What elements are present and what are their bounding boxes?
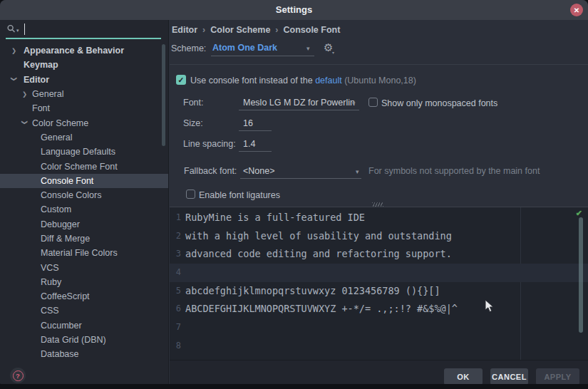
line-number: 7 bbox=[170, 318, 181, 337]
sidebar-item-custom[interactable]: Custom bbox=[0, 202, 168, 217]
chevron-down-icon: ▾ bbox=[306, 45, 310, 52]
cancel-button[interactable]: CANCEL bbox=[490, 368, 528, 384]
mouse-cursor bbox=[485, 299, 495, 316]
search-underline bbox=[6, 38, 161, 39]
sidebar-item-label: CSS bbox=[41, 306, 59, 316]
breadcrumb-item[interactable]: Console Font bbox=[284, 25, 341, 35]
line-number: 3 bbox=[170, 245, 181, 264]
sidebar-item-console-colors[interactable]: Console Colors bbox=[0, 188, 168, 202]
apply-button: APPLY bbox=[536, 368, 579, 384]
breadcrumb-separator: › bbox=[202, 25, 205, 35]
chevron-down-icon[interactable]: ❯ bbox=[11, 76, 18, 81]
default-link[interactable]: default bbox=[315, 76, 342, 85]
scheme-value: Atom One Dark bbox=[212, 43, 277, 53]
sidebar-item-vcs[interactable]: VCS bbox=[0, 260, 168, 274]
font-ligatures-checkbox[interactable] bbox=[186, 190, 195, 199]
inspections-ok-icon: ✔ bbox=[576, 209, 582, 218]
sidebar-item-cucumber[interactable]: Cucumber bbox=[0, 318, 168, 333]
font-ligatures-label: Enable font ligatures bbox=[199, 190, 280, 200]
sidebar-scrollbar[interactable] bbox=[162, 44, 165, 146]
line-number: 1 bbox=[170, 209, 181, 227]
chevron-right-icon[interactable]: ❯ bbox=[22, 90, 27, 98]
sidebar-item-editor[interactable]: ❯Editor bbox=[0, 73, 168, 87]
sidebar-item-css[interactable]: CSS bbox=[0, 304, 168, 318]
sidebar-item-label: Ruby bbox=[41, 277, 61, 287]
sidebar-item-label: General bbox=[32, 89, 63, 99]
ok-button[interactable]: OK bbox=[444, 368, 483, 384]
line-text: abcdefghijklmnopqrstuvwxyz 0123456789 ()… bbox=[185, 282, 440, 301]
sidebar-item-data-grid-dbn-[interactable]: Data Grid (DBN) bbox=[0, 333, 168, 347]
show-monospaced-label: Show only monospaced fonts bbox=[381, 98, 497, 108]
use-console-font-checkbox[interactable]: ✓ bbox=[176, 75, 186, 85]
sidebar-item-general[interactable]: ❯General bbox=[0, 87, 168, 101]
section-divider bbox=[170, 64, 588, 65]
close-button[interactable]: ✕ bbox=[570, 4, 583, 16]
line-spacing-value: 1.4 bbox=[243, 139, 255, 149]
chevron-right-icon[interactable]: ❯ bbox=[11, 47, 16, 54]
sidebar-item-label: Console Font bbox=[41, 176, 93, 186]
preview-line: 7 bbox=[170, 318, 588, 337]
chevron-down-icon: ▾ bbox=[356, 168, 359, 175]
preview-line: 5abcdefghijklmnopqrstuvwxyz 0123456789 (… bbox=[170, 282, 588, 301]
help-icon: ? bbox=[13, 370, 24, 381]
preview-line: 1RubyMine is a full-featured IDE bbox=[170, 209, 588, 227]
search-icon: ▾ bbox=[6, 24, 19, 34]
preview-line: 2with a high level of usability and outs… bbox=[170, 227, 588, 246]
search-input[interactable]: ▾ bbox=[0, 20, 168, 39]
breadcrumb-item[interactable]: Editor bbox=[172, 25, 197, 35]
line-number: 6 bbox=[170, 300, 181, 318]
sidebar-item-label: Editor bbox=[24, 75, 49, 85]
sidebar-item-coffeescript[interactable]: CoffeeScript bbox=[0, 289, 168, 304]
sidebar-item-label: Appearance & Behavior bbox=[24, 46, 124, 56]
sidebar-item-label: Diff & Merge bbox=[41, 234, 90, 244]
sidebar-item-font[interactable]: Font bbox=[0, 101, 168, 115]
sidebar-item-label: Debugger bbox=[41, 219, 80, 229]
screen: Settings ✕ ▾ ❯Appearance & BehaviorKeyma… bbox=[0, 0, 588, 389]
checkmark-icon: ✓ bbox=[178, 76, 185, 84]
sidebar-item-color-scheme-font[interactable]: Color Scheme Font bbox=[0, 159, 168, 173]
sidebar-item-language-defaults[interactable]: Language Defaults bbox=[0, 145, 168, 159]
use-console-font-label: Use console font instead of the default … bbox=[190, 76, 416, 85]
sidebar-item-general[interactable]: General bbox=[0, 130, 168, 145]
show-monospaced-checkbox[interactable] bbox=[368, 98, 378, 107]
sidebar-item-label: Material File Colors bbox=[41, 248, 118, 258]
sidebar-item-diff-merge[interactable]: Diff & Merge bbox=[0, 232, 168, 246]
main-panel: Editor›Color Scheme›Console Font Scheme:… bbox=[170, 20, 588, 384]
settings-dialog: Settings ✕ ▾ ❯Appearance & BehaviorKeyma… bbox=[0, 0, 588, 384]
help-button[interactable]: ? bbox=[10, 368, 26, 383]
breadcrumb-item[interactable]: Color Scheme bbox=[210, 25, 270, 35]
sidebar-item-appearance-behavior[interactable]: ❯Appearance & Behavior bbox=[0, 43, 168, 58]
sidebar-item-label: CoffeeScript bbox=[41, 291, 90, 301]
line-text: ABCDEFGHIJKLMNOPQRSTUVWXYZ +-*/= .,;:!? … bbox=[185, 300, 458, 318]
line-text: with a high level of usability and outst… bbox=[185, 227, 452, 246]
font-label: Font: bbox=[183, 98, 204, 108]
titlebar[interactable]: Settings ✕ bbox=[0, 0, 588, 20]
font-value: Meslo LG M DZ for Powerlin bbox=[243, 98, 355, 108]
chevron-down-icon: ▾ bbox=[352, 100, 356, 107]
preview-line: 8 bbox=[170, 337, 588, 356]
footer-bar: OK CANCEL APPLY bbox=[170, 360, 588, 384]
dialog-title: Settings bbox=[0, 4, 588, 15]
sidebar-item-label: Data Grid (DBN) bbox=[41, 335, 106, 345]
sidebar-item-keymap[interactable]: Keymap bbox=[0, 58, 168, 72]
search-history-arrow-icon: ▾ bbox=[16, 28, 19, 33]
line-spacing-label: Line spacing: bbox=[183, 139, 236, 149]
sidebar-item-ruby[interactable]: Ruby bbox=[0, 275, 168, 289]
line-text: RubyMine is a full-featured IDE bbox=[185, 209, 365, 227]
sidebar-item-console-font[interactable]: Console Font bbox=[0, 174, 168, 188]
breadcrumb-separator: › bbox=[275, 25, 278, 35]
sidebar-item-label: General bbox=[41, 133, 72, 142]
preview-scrollbar[interactable] bbox=[579, 217, 583, 333]
sidebar-item-debugger[interactable]: Debugger bbox=[0, 217, 168, 232]
chevron-down-icon[interactable]: ❯ bbox=[21, 120, 29, 125]
sidebar-item-label: Database bbox=[41, 349, 79, 359]
scheme-label: Scheme: bbox=[171, 43, 206, 53]
line-number: 2 bbox=[170, 227, 181, 246]
sidebar-item-database[interactable]: Database bbox=[0, 347, 168, 361]
sidebar-item-label: Keymap bbox=[24, 60, 58, 70]
line-number: 4 bbox=[170, 264, 181, 282]
font-preview-editor[interactable]: 1RubyMine is a full-featured IDE2with a … bbox=[170, 207, 588, 360]
sidebar-item-label: Custom bbox=[41, 204, 71, 214]
sidebar-item-color-scheme[interactable]: ❯Color Scheme bbox=[0, 115, 168, 130]
sidebar-item-material-file-colors[interactable]: Material File Colors bbox=[0, 246, 168, 260]
